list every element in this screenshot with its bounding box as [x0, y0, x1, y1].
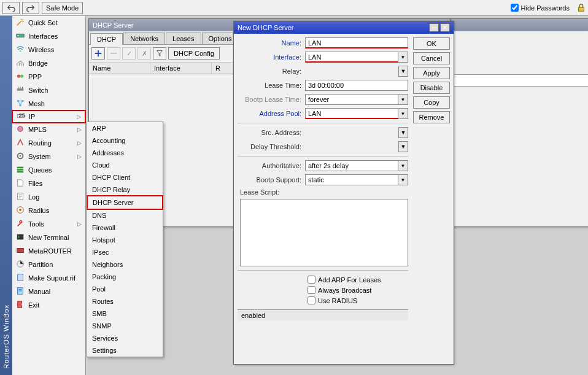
- column-header-r[interactable]: R: [212, 63, 236, 74]
- remove-button[interactable]: Remove: [413, 111, 450, 123]
- sidebar-item-label: MPLS: [28, 126, 47, 133]
- switch-icon: [16, 85, 25, 95]
- submenu-item-dhcp-server[interactable]: DHCP Server: [87, 195, 163, 210]
- submenu-item-packing[interactable]: Packing: [87, 271, 163, 283]
- bootp-lease-input[interactable]: [305, 94, 398, 105]
- submenu-item-smb[interactable]: SMB: [87, 307, 163, 320]
- disable-button[interactable]: ✗: [137, 47, 151, 60]
- redo-button[interactable]: [22, 2, 39, 14]
- address-pool-input[interactable]: [305, 108, 398, 119]
- column-header-name[interactable]: Name: [89, 63, 150, 74]
- submenu-item-neighbors[interactable]: Neighbors: [87, 258, 163, 271]
- submenu-item-dns[interactable]: DNS: [87, 209, 163, 222]
- sidebar-item-manual[interactable]: Manual: [12, 285, 85, 298]
- bootp-support-input[interactable]: [305, 174, 398, 185]
- sidebar-item-metarouter[interactable]: MetaROUTER: [12, 244, 85, 258]
- filter-button[interactable]: [153, 47, 166, 60]
- hide-passwords-label: Hide Passwords: [521, 4, 570, 12]
- sidebar-item-radius[interactable]: Radius: [12, 204, 85, 217]
- safe-mode-button[interactable]: Safe Mode: [42, 2, 83, 14]
- svg-rect-14: [17, 166, 24, 168]
- interface-input[interactable]: [305, 52, 398, 63]
- column-header-interface[interactable]: Interface: [150, 63, 212, 74]
- add-button[interactable]: [91, 47, 105, 60]
- sidebar-item-exit[interactable]: Exit: [12, 298, 85, 312]
- name-label: Name:: [238, 39, 305, 47]
- checkbox-input[interactable]: [308, 286, 315, 294]
- ok-button[interactable]: OK: [413, 37, 450, 50]
- tab-dhcp[interactable]: DHCP: [90, 33, 123, 45]
- sidebar-item-partition[interactable]: Partition: [12, 258, 85, 271]
- checkbox-always-broadcast[interactable]: Always Broadcast: [238, 285, 408, 295]
- sidebar-item-ppp[interactable]: PPP: [12, 70, 85, 83]
- remove-button[interactable]: [107, 47, 120, 60]
- sidebar-item-files[interactable]: Files: [12, 177, 85, 190]
- sidebar-item-log[interactable]: Log: [12, 190, 85, 204]
- authoritative-label: Authoritative:: [238, 162, 305, 169]
- delay-threshold-expand[interactable]: ▼: [398, 141, 408, 152]
- src-address-expand[interactable]: ▼: [398, 127, 408, 138]
- cancel-button[interactable]: Cancel: [413, 52, 450, 64]
- address-pool-dropdown[interactable]: ▼: [398, 108, 408, 119]
- sidebar-item-queues[interactable]: Queues: [12, 163, 85, 177]
- submenu-item-services[interactable]: Services: [87, 332, 163, 344]
- sidebar-item-routing[interactable]: Routing▷: [12, 136, 85, 150]
- checkbox-input[interactable]: [308, 276, 315, 284]
- checkbox-label: Always Broadcast: [318, 287, 371, 294]
- interface-dropdown[interactable]: ▼: [398, 52, 408, 63]
- sidebar-item-make-supout-rif[interactable]: Make Supout.rif: [12, 271, 85, 285]
- tab-networks[interactable]: Networks: [123, 33, 165, 44]
- dialog-titlebar[interactable]: New DHCP Server ▭ ✕: [234, 21, 454, 34]
- name-input[interactable]: [305, 37, 408, 48]
- submenu-item-accounting[interactable]: Accounting: [87, 134, 163, 147]
- submenu-item-ipsec[interactable]: IPsec: [87, 246, 163, 258]
- enable-button[interactable]: ✓: [122, 47, 136, 60]
- sidebar-item-switch[interactable]: Switch: [12, 83, 85, 97]
- bg-dropdown[interactable]: ▼: [454, 74, 588, 87]
- submenu-item-settings[interactable]: Settings: [87, 344, 163, 357]
- lease-script-textarea[interactable]: [240, 199, 408, 266]
- submenu-item-dhcp-relay[interactable]: DHCP Relay: [87, 184, 163, 196]
- sidebar-item-mpls[interactable]: MPLS▷: [12, 123, 85, 136]
- submenu-item-addresses[interactable]: Addresses: [87, 147, 163, 159]
- bootp-support-dropdown[interactable]: ▼: [398, 174, 408, 185]
- dialog-close-button[interactable]: ✕: [440, 23, 450, 32]
- sidebar-item-wireless[interactable]: Wireless: [12, 43, 85, 56]
- apply-button[interactable]: Apply: [413, 67, 450, 79]
- sidebar-item-new-terminal[interactable]: New Terminal: [12, 231, 85, 244]
- authoritative-dropdown[interactable]: ▼: [398, 160, 408, 171]
- relay-expand[interactable]: ▼: [398, 66, 408, 77]
- sidebar-item-mesh[interactable]: Mesh: [12, 97, 85, 110]
- sidebar-item-tools[interactable]: Tools▷: [12, 217, 85, 231]
- sidebar-item-quick-set[interactable]: Quick Set: [12, 16, 85, 29]
- sidebar-item-label: Files: [28, 180, 42, 187]
- submenu-item-firewall[interactable]: Firewall: [87, 222, 163, 234]
- undo-button[interactable]: [2, 2, 20, 14]
- submenu-item-pool[interactable]: Pool: [87, 283, 163, 295]
- sidebar-item-label: MetaROUTER: [28, 247, 72, 255]
- hide-passwords-checkbox[interactable]: Hide Passwords: [511, 4, 570, 12]
- submenu-item-cloud[interactable]: Cloud: [87, 159, 163, 171]
- bootp-lease-dropdown[interactable]: ▼: [398, 94, 408, 105]
- sidebar-item-system[interactable]: System▷: [12, 150, 85, 163]
- hide-passwords-input[interactable]: [511, 4, 519, 12]
- copy-button[interactable]: Copy: [413, 96, 450, 109]
- sidebar-item-ip[interactable]: 255IP▷: [12, 110, 86, 123]
- dhcp-config-button[interactable]: DHCP Config: [168, 47, 220, 60]
- sidebar-item-bridge[interactable]: Bridge: [12, 56, 85, 70]
- dialog-min-button[interactable]: ▭: [429, 23, 439, 32]
- authoritative-input[interactable]: [305, 160, 398, 171]
- disable-button[interactable]: Disable: [413, 82, 450, 94]
- submenu-item-snmp[interactable]: SNMP: [87, 320, 163, 332]
- submenu-item-routes[interactable]: Routes: [87, 295, 163, 307]
- tab-leases[interactable]: Leases: [166, 33, 201, 44]
- supout-icon: [16, 273, 25, 283]
- submenu-item-hotspot[interactable]: Hotspot: [87, 234, 163, 246]
- sidebar-item-interfaces[interactable]: Interfaces: [12, 29, 85, 43]
- checkbox-use-radius[interactable]: Use RADIUS: [238, 295, 408, 306]
- checkbox-input[interactable]: [308, 296, 315, 304]
- lease-time-input[interactable]: [305, 80, 408, 91]
- submenu-item-dhcp-client[interactable]: DHCP Client: [87, 171, 163, 184]
- checkbox-add-arp-for-leases[interactable]: Add ARP For Leases: [238, 274, 408, 285]
- submenu-item-arp[interactable]: ARP: [87, 122, 163, 134]
